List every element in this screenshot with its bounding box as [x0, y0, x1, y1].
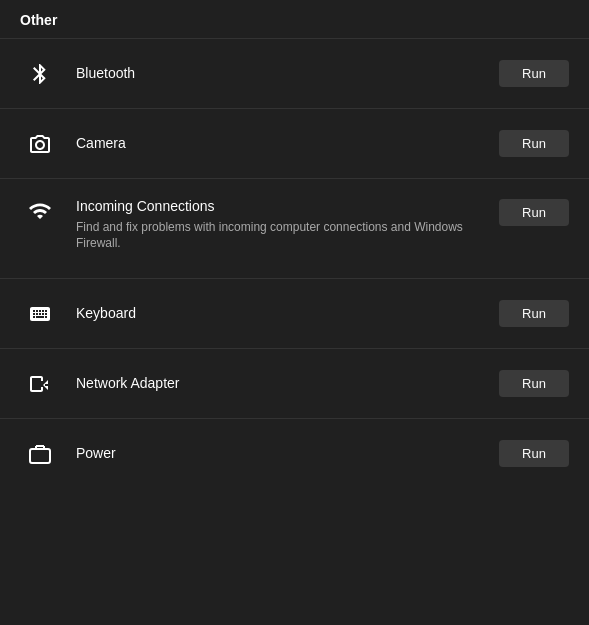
keyboard-icon [20, 302, 60, 326]
camera-icon [20, 132, 60, 156]
incoming-connections-text: Incoming Connections Find and fix proble… [76, 197, 487, 252]
keyboard-run-button[interactable]: Run [499, 300, 569, 327]
bluetooth-text: Bluetooth [76, 64, 487, 84]
bluetooth-title: Bluetooth [76, 64, 487, 84]
bluetooth-icon [20, 62, 60, 86]
network-adapter-row: Network Adapter Run [0, 348, 589, 418]
keyboard-row: Keyboard Run [0, 278, 589, 348]
power-icon [20, 442, 60, 466]
incoming-connections-run-button[interactable]: Run [499, 199, 569, 226]
camera-title: Camera [76, 134, 487, 154]
incoming-connections-title: Incoming Connections [76, 197, 487, 217]
keyboard-text: Keyboard [76, 304, 487, 324]
keyboard-title: Keyboard [76, 304, 487, 324]
network-adapter-text: Network Adapter [76, 374, 487, 394]
page-container: Other Bluetooth Run Camera Run [0, 0, 589, 625]
camera-run-button[interactable]: Run [499, 130, 569, 157]
power-text: Power [76, 444, 487, 464]
incoming-connections-row: Incoming Connections Find and fix proble… [0, 178, 589, 278]
camera-row: Camera Run [0, 108, 589, 178]
section-title: Other [0, 8, 589, 38]
svg-rect-0 [30, 449, 50, 463]
network-adapter-title: Network Adapter [76, 374, 487, 394]
incoming-connections-icon [20, 199, 60, 223]
power-row: Power Run [0, 418, 589, 488]
power-run-button[interactable]: Run [499, 440, 569, 467]
bluetooth-row: Bluetooth Run [0, 38, 589, 108]
power-title: Power [76, 444, 487, 464]
network-adapter-icon [20, 372, 60, 396]
bluetooth-run-button[interactable]: Run [499, 60, 569, 87]
incoming-connections-description: Find and fix problems with incoming comp… [76, 219, 487, 253]
network-adapter-run-button[interactable]: Run [499, 370, 569, 397]
camera-text: Camera [76, 134, 487, 154]
